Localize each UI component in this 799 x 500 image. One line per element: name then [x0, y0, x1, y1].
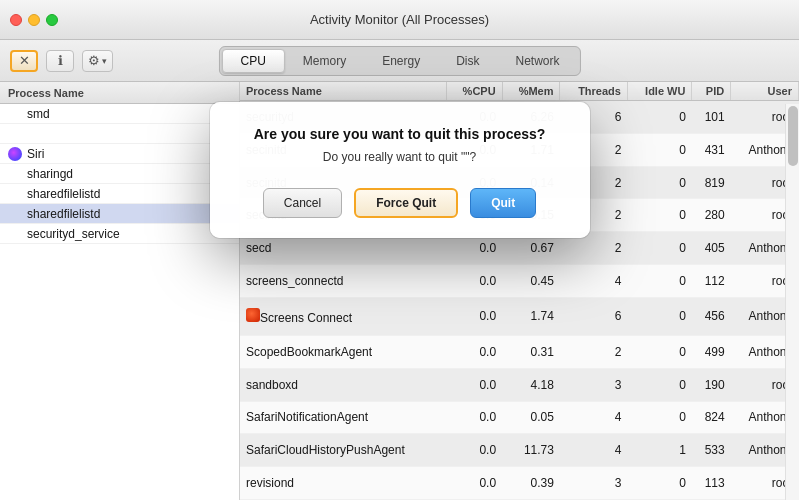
chevron-down-icon: ▾	[102, 56, 107, 66]
dialog-message-suffix: "?	[465, 150, 476, 164]
dialog-message-text: Do you really want to quit "	[323, 150, 465, 164]
main-content: Process Name smdSirisharingdsharedfileli…	[0, 82, 799, 500]
tab-bar: CPU Memory Energy Disk Network	[218, 46, 580, 76]
maximize-button[interactable]	[46, 14, 58, 26]
minimize-button[interactable]	[28, 14, 40, 26]
window-title: Activity Monitor (All Processes)	[310, 12, 489, 27]
tab-disk[interactable]: Disk	[438, 49, 497, 73]
title-bar: Activity Monitor (All Processes)	[0, 0, 799, 40]
window-controls	[10, 14, 58, 26]
toolbar: ✕ ℹ ⚙ ▾ CPU Memory Energy Disk Network	[0, 40, 799, 82]
close-process-icon: ✕	[19, 53, 30, 68]
quit-button[interactable]: Quit	[470, 188, 536, 218]
info-icon: ℹ	[58, 53, 63, 68]
dialog-overlay: Are you sure you want to quit this proce…	[0, 82, 799, 500]
tab-memory[interactable]: Memory	[285, 49, 364, 73]
dialog-message: Do you really want to quit ""?	[238, 150, 562, 164]
dialog-title: Are you sure you want to quit this proce…	[238, 126, 562, 142]
gear-button[interactable]: ⚙ ▾	[82, 50, 113, 72]
info-button[interactable]: ℹ	[46, 50, 74, 72]
tab-network[interactable]: Network	[498, 49, 578, 73]
force-quit-button[interactable]: Force Quit	[354, 188, 458, 218]
cancel-button[interactable]: Cancel	[263, 188, 342, 218]
dialog-buttons: Cancel Force Quit Quit	[238, 188, 562, 218]
gear-icon: ⚙	[88, 53, 100, 68]
close-button[interactable]	[10, 14, 22, 26]
quit-dialog: Are you sure you want to quit this proce…	[210, 102, 590, 238]
close-process-button[interactable]: ✕	[10, 50, 38, 72]
tab-energy[interactable]: Energy	[364, 49, 438, 73]
tab-cpu[interactable]: CPU	[221, 49, 284, 73]
